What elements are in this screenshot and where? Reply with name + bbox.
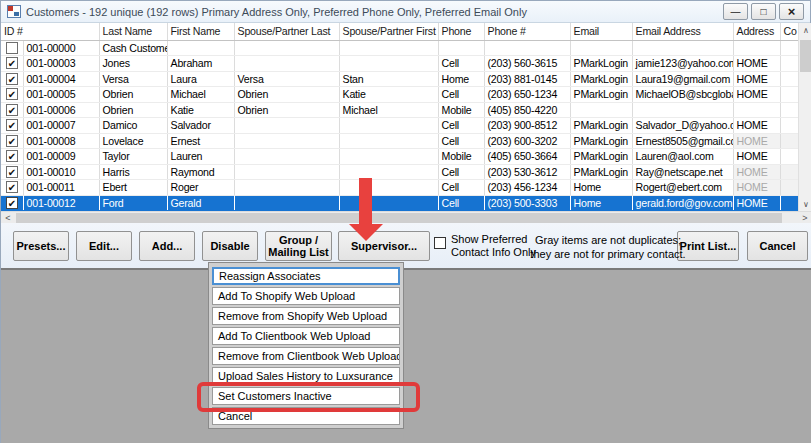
close-icon[interactable]: × (779, 3, 804, 20)
menu-item-remove-from-shopify-web-upload[interactable]: Remove from Shopify Web Upload (212, 307, 400, 325)
column-header-spouse-partner-first[interactable]: Spouse/Partner First (339, 23, 438, 40)
table-row[interactable]: 001-00000Cash Customer (1, 40, 798, 56)
cell-co (780, 149, 798, 165)
cancel-button[interactable]: Cancel (747, 231, 808, 261)
cell-phone-type: Mobile (438, 149, 484, 165)
cell-email-address: Laura19@gmail.com (632, 71, 733, 87)
show-preferred-checkbox[interactable] (434, 237, 446, 249)
annotation-arrow-head (349, 224, 383, 241)
cell-email-login: Home (570, 180, 632, 196)
cell-co (780, 118, 798, 134)
cell-email-address: Ernest8505@gmail.com (632, 133, 733, 149)
cell-spouse-first (339, 195, 438, 211)
cell-phone-type: Cell (438, 164, 484, 180)
column-header-email-address[interactable]: Email Address (632, 23, 733, 40)
row-checkbox[interactable]: ✔ (1, 164, 23, 180)
table-row[interactable]: ✔001-00005ObrienMichaelObrienKatieCell(2… (1, 87, 798, 103)
row-checkbox[interactable]: ✔ (1, 102, 23, 118)
cell-last-name: Ebert (99, 180, 167, 196)
cell-phone-type: Cell (438, 56, 484, 72)
scroll-up-icon[interactable]: ∧ (799, 23, 811, 37)
cell-co (780, 56, 798, 72)
cell-phone-type: Cell (438, 180, 484, 196)
row-checkbox[interactable]: ✔ (1, 71, 23, 87)
cell-spouse-first: Katie (339, 87, 438, 103)
cell-co (780, 195, 798, 211)
cell-last-name: Harris (99, 164, 167, 180)
column-header-phone-[interactable]: Phone # (484, 23, 570, 40)
table-row[interactable]: ✔001-00006ObrienKatieObrienMichaelMobile… (1, 102, 798, 118)
table-row[interactable]: ✔001-00004VersaLauraVersaStanHome(203) 8… (1, 71, 798, 87)
menu-item-add-to-shopify-web-upload[interactable]: Add To Shopify Web Upload (212, 287, 400, 305)
vscroll-thumb[interactable] (800, 40, 811, 72)
minimize-icon[interactable]: — (723, 3, 748, 20)
row-checkbox[interactable]: ✔ (1, 87, 23, 103)
cell-address (733, 40, 780, 56)
cell-phone-number: (203) 456-1234 (484, 180, 570, 196)
vertical-scrollbar[interactable]: ∧ ∨ (798, 23, 811, 211)
maximize-icon[interactable]: □ (751, 3, 776, 20)
table-row[interactable]: ✔001-00003JonesAbrahamCell(203) 560-3615… (1, 56, 798, 72)
cell-address: HOME (733, 71, 780, 87)
scroll-down-icon[interactable]: ∨ (799, 197, 811, 211)
disable-button[interactable]: Disable (202, 231, 258, 261)
cell-spouse-first: Stan (339, 71, 438, 87)
cell-phone-number: (203) 530-3612 (484, 164, 570, 180)
table-row[interactable]: ✔001-00007DamicoSalvadorCell(203) 900-85… (1, 118, 798, 134)
cell-spouse-last (234, 40, 339, 56)
cell-email-address: Rogert@ebert.com (632, 180, 733, 196)
cell-id: 001-00008 (23, 133, 99, 149)
cell-address (733, 102, 780, 118)
cell-first-name (167, 40, 234, 56)
menu-item-reassign-associates[interactable]: Reassign Associates (212, 267, 400, 285)
cell-email-login: PMarkLogin (570, 56, 632, 72)
cell-phone-number: (203) 900-8512 (484, 118, 570, 134)
row-checkbox[interactable]: ✔ (1, 195, 23, 211)
cell-first-name: Salvador (167, 118, 234, 134)
cell-co (780, 102, 798, 118)
column-header-last-name[interactable]: Last Name (99, 23, 167, 40)
add-button[interactable]: Add... (139, 231, 195, 261)
row-checkbox[interactable] (1, 40, 23, 56)
row-checkbox[interactable]: ✔ (1, 118, 23, 134)
table-row[interactable]: ✔001-00009TaylorLaurenMobile(405) 650-36… (1, 149, 798, 165)
cell-phone-number: (203) 560-3615 (484, 56, 570, 72)
horizontal-scrollbar[interactable]: < > (1, 211, 811, 223)
column-header-first-name[interactable]: First Name (167, 23, 234, 40)
column-header-spouse-partner-last[interactable]: Spouse/Partner Last (234, 23, 339, 40)
edit-button[interactable]: Edit... (76, 231, 132, 261)
menu-item-remove-from-clientbook-web-upload[interactable]: Remove from Clientbook Web Upload (212, 347, 400, 365)
cell-last-name: Obrien (99, 102, 167, 118)
menu-item-add-to-clientbook-web-upload[interactable]: Add To Clientbook Web Upload (212, 327, 400, 345)
group-button[interactable]: Group / Mailing List (265, 231, 332, 261)
cell-last-name: Taylor (99, 149, 167, 165)
cell-phone-number (484, 40, 570, 56)
column-header-id-[interactable]: ID # (1, 23, 99, 40)
gray-items-note: Gray items are not duplicates; they are … (519, 234, 697, 261)
cell-phone-number: (405) 650-3664 (484, 149, 570, 165)
row-checkbox[interactable]: ✔ (1, 180, 23, 196)
row-checkbox[interactable]: ✔ (1, 149, 23, 165)
table-row[interactable]: ✔001-00012FordGeraldCell(203) 500-3303Ho… (1, 195, 798, 211)
cell-address: HOME (733, 118, 780, 134)
row-checkbox[interactable]: ✔ (1, 56, 23, 72)
column-header-email[interactable]: Email (570, 23, 632, 40)
cell-first-name: Katie (167, 102, 234, 118)
table-row[interactable]: ✔001-00011EbertRogerCell(203) 456-1234Ho… (1, 180, 798, 196)
cell-id: 001-00011 (23, 180, 99, 196)
cell-first-name: Abraham (167, 56, 234, 72)
cell-email-address: Salvador_D@yahoo.com (632, 118, 733, 134)
column-header-address[interactable]: Address (733, 23, 780, 40)
column-header-phone[interactable]: Phone (438, 23, 484, 40)
cell-co (780, 40, 798, 56)
table-row[interactable]: ✔001-00010HarrisRaymondCell(203) 530-361… (1, 164, 798, 180)
cell-last-name: Cash Customer (99, 40, 167, 56)
column-header-co[interactable]: Co (780, 23, 798, 40)
presets-button[interactable]: Presets... (13, 231, 69, 261)
cell-first-name: Ernest (167, 133, 234, 149)
cell-address: HOME (733, 195, 780, 211)
cell-email-login (570, 40, 632, 56)
row-checkbox[interactable]: ✔ (1, 133, 23, 149)
hscroll-thumb[interactable] (16, 213, 782, 223)
table-row[interactable]: ✔001-00008LovelaceErnestCell(203) 600-32… (1, 133, 798, 149)
